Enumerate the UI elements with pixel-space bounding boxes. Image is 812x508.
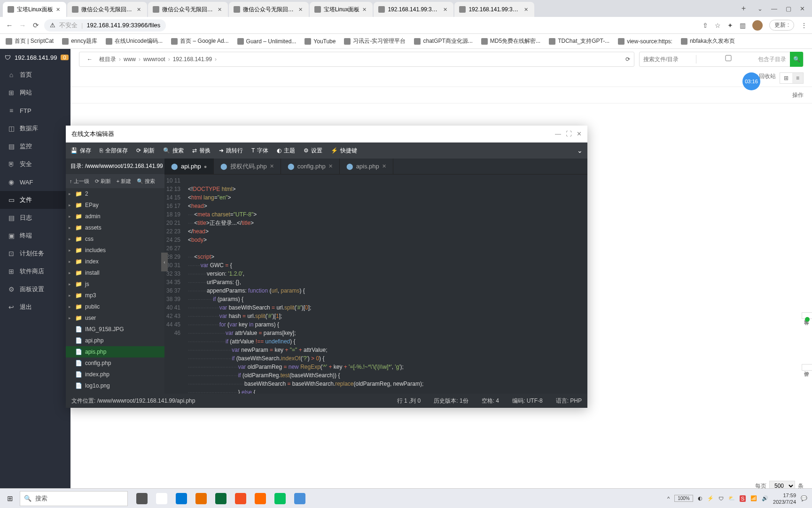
sidebar-item[interactable]: ⌂首页 [0, 66, 70, 84]
chevron-down-icon[interactable]: ⌄ [577, 147, 583, 154]
minimize-icon[interactable]: — [555, 130, 561, 137]
taskbar-app[interactable] [271, 489, 289, 508]
editor-tool-3[interactable]: 🔍搜索 [163, 147, 184, 155]
bookmark-item[interactable]: nbfaka永久发布页 [681, 37, 735, 45]
close-icon[interactable]: ✕ [800, 5, 805, 12]
menu-icon[interactable]: ⋮ [801, 22, 807, 29]
sidebar-item[interactable]: ◫数据库 [0, 119, 70, 137]
browser-tab[interactable]: 微信公众号无限回调系统✕ [148, 2, 228, 17]
close-tab-icon[interactable]: ✕ [443, 7, 449, 12]
forward-button[interactable]: → [18, 21, 27, 29]
sidebar-item[interactable]: ⊡计划任务 [0, 245, 70, 262]
editor-side-action[interactable]: 🔍 搜索 [137, 178, 155, 185]
sidebar-item[interactable]: ▭文件 [0, 191, 70, 209]
bookmark-item[interactable]: 习讯云-实习管理平台 [344, 37, 406, 45]
start-button[interactable]: ⊞ [0, 489, 20, 508]
tree-item[interactable]: ▸📁mp3 [66, 290, 164, 301]
editor-tool-9[interactable]: ⚡快捷键 [331, 147, 357, 155]
tree-item[interactable]: ▸📁css [66, 233, 164, 245]
sidebar-item[interactable]: ⊞网站 [0, 84, 70, 102]
breadcrumb-refresh-icon[interactable]: ⟳ [625, 56, 630, 63]
grid-view-icon[interactable]: ⊞ [780, 73, 792, 83]
tree-item[interactable]: ▸📁EPay [66, 199, 164, 211]
browser-tab[interactable]: 微信公众号无限回调系统✕ [229, 2, 309, 17]
tray-icon[interactable]: 🛡 [718, 496, 724, 501]
breadcrumb[interactable]: ← 根目录› www› wwwroot› 192.168.141.99› ⟳ [79, 52, 634, 67]
editor-side-action[interactable]: + 新建 [117, 178, 131, 185]
close-tab-icon[interactable]: ✕ [298, 7, 304, 12]
tree-item[interactable]: 📄log1o.png [66, 380, 164, 391]
close-tab-icon[interactable]: ✕ [362, 7, 368, 12]
editor-tool-6[interactable]: T字体 [251, 147, 268, 155]
collapse-sidebar-icon[interactable]: ‹ [161, 253, 168, 271]
taskbar-app[interactable] [192, 489, 211, 508]
sidebar-host[interactable]: 🛡 192.168.141.99 0 [0, 49, 70, 66]
list-view-icon[interactable]: ≡ [792, 73, 803, 83]
tree-item[interactable]: 📄index.php [66, 369, 164, 380]
share-icon[interactable]: ⇧ [703, 22, 708, 29]
sidebar-item[interactable]: ▣终端 [0, 227, 70, 245]
editor-tool-8[interactable]: ⚙设置 [304, 147, 322, 155]
tree-item[interactable]: 📄config.php [66, 357, 164, 369]
editor-tab[interactable]: ⬤config.php✕ [281, 159, 340, 174]
view-switch[interactable]: ⊞ ≡ [780, 72, 804, 84]
browser-tab[interactable]: 192.168.141.99:33966 /✕ [374, 2, 453, 17]
bookmark-item[interactable]: view-source:https: [618, 38, 672, 45]
taskbar-app[interactable] [211, 489, 230, 508]
tree-item[interactable]: ▸📁index [66, 256, 164, 267]
bookmark-item[interactable]: 在线Unicode编码... [106, 37, 163, 45]
browser-tab[interactable]: 192.168.141.99:33966 /✕ [454, 2, 534, 17]
bookmark-item[interactable]: MD5免费在线解密... [481, 37, 540, 45]
clock[interactable]: 17:592023/7/24 [773, 492, 796, 505]
close-icon[interactable]: ✕ [577, 130, 582, 137]
address-field[interactable]: ⚠ 不安全 | 192.168.141.99:33966/files [44, 19, 166, 32]
editor-tool-4[interactable]: ⇄替换 [192, 147, 211, 155]
tree-item[interactable]: ▸📁assets [66, 222, 164, 233]
close-tab-icon[interactable]: ● [204, 164, 207, 169]
editor-tool-5[interactable]: ➜跳转行 [219, 147, 243, 155]
sidebar-item[interactable]: ▤监控 [0, 137, 70, 155]
sidebar-item[interactable]: ◉WAF [0, 173, 70, 191]
close-tab-icon[interactable]: ✕ [137, 7, 142, 12]
back-button[interactable]: ← [5, 21, 14, 29]
feedback-widget[interactable]: 评价 [802, 364, 812, 371]
taskbar-app[interactable] [231, 489, 250, 508]
editor-tool-0[interactable]: 💾保存 [70, 147, 91, 155]
browser-tab[interactable]: 微信公众号无限回调系统✕ [67, 2, 147, 17]
sidebar-item[interactable]: ⛨安全 [0, 155, 70, 173]
new-tab-button[interactable]: + [737, 1, 750, 16]
maximize-icon[interactable]: ⛶ [566, 130, 572, 137]
ime-icon[interactable]: S [740, 495, 746, 502]
panel-icon[interactable]: ▥ [740, 22, 746, 29]
taskbar-search[interactable]: 🔍 搜索 [20, 491, 128, 506]
taskbar-app[interactable] [172, 489, 191, 508]
sidebar-item[interactable]: ↩退出 [0, 298, 70, 316]
update-button[interactable]: 更新 : [769, 20, 794, 31]
tree-item[interactable]: 📄api.php [66, 335, 164, 346]
close-tab-icon[interactable]: ✕ [328, 163, 333, 169]
search-submit-icon[interactable]: 🔍 [790, 52, 803, 67]
bookmark-item[interactable]: enncy题库 [62, 37, 97, 45]
taskbar-app[interactable] [152, 489, 171, 508]
tree-item[interactable]: ▸📁install [66, 267, 164, 278]
profile-avatar[interactable] [752, 20, 763, 31]
system-tray[interactable]: ^ 100% ◐ ⚡ 🛡 ⛅ S 📶 🔊 17:592023/7/24 💬 [663, 492, 812, 505]
editor-tab[interactable]: ⬤apis.php✕ [340, 159, 393, 174]
tray-icon[interactable]: ◐ [698, 495, 703, 501]
editor-tab[interactable]: ⬤授权代码.php✕ [214, 159, 281, 174]
sidebar-item[interactable]: ≡FTP [0, 102, 70, 119]
bookmark-item[interactable]: Guard – Unlimited... [237, 38, 297, 45]
tree-item[interactable]: 📄IMG_9158.JPG [66, 324, 164, 335]
wifi-icon[interactable]: 📶 [750, 495, 757, 501]
editor-side-action[interactable]: ⟳ 刷新 [95, 178, 111, 185]
editor-tool-2[interactable]: ⟳刷新 [136, 147, 155, 155]
taskbar-app[interactable] [133, 489, 151, 508]
close-tab-icon[interactable]: ✕ [524, 7, 530, 12]
close-tab-icon[interactable]: ✕ [270, 163, 274, 169]
editor-tab[interactable]: ⬤api.php● [164, 159, 214, 174]
sidebar-item[interactable]: ⊞软件商店 [0, 262, 70, 280]
editor-tool-1[interactable]: ⎘全部保存 [100, 147, 128, 155]
tree-item[interactable]: ▸📁2 [66, 188, 164, 199]
browser-tab[interactable]: 宝塔Linux面板✕ [310, 2, 373, 17]
zoom-level[interactable]: 100% [674, 495, 693, 502]
